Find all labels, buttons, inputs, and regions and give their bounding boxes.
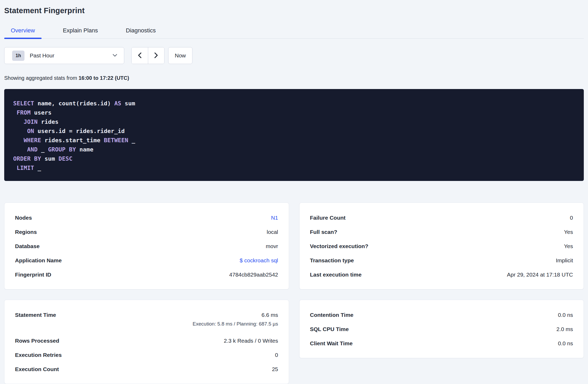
chevron-right-icon (154, 52, 158, 59)
stats-caption-prefix: Showing aggregated stats from (4, 75, 78, 81)
detail-label: Regions (15, 229, 37, 235)
time-controls: 1h Past Hour Now (4, 47, 584, 64)
stat-row-statement-time: Statement Time 6.6 ms Execution: 5.8 ms … (15, 308, 278, 334)
detail-row-regions: Regions local (15, 225, 278, 239)
stat-label: Statement Time (15, 312, 56, 318)
stat-label: Client Wait Time (310, 340, 353, 347)
next-interval-button[interactable] (148, 47, 165, 64)
tab-diagnostics[interactable]: Diagnostics (119, 27, 162, 38)
detail-value: 0 (570, 214, 573, 221)
stat-value: 0.0 ns (558, 340, 573, 347)
detail-label: Failure Count (310, 214, 346, 221)
detail-value: movr (266, 243, 278, 250)
stat-label: Execution Count (15, 366, 59, 373)
time-interval-dropdown[interactable]: 1h Past Hour (4, 47, 124, 64)
previous-interval-button[interactable] (132, 47, 148, 64)
statement-stats-card: Statement Time 6.6 ms Execution: 5.8 ms … (4, 300, 289, 384)
detail-row-application-name: Application Name $ cockroach sql (15, 253, 278, 268)
detail-value: Yes (564, 229, 573, 235)
detail-row-database: Database movr (15, 239, 278, 253)
chevron-left-icon (138, 52, 142, 59)
stats-caption-range: 16:00 to 17:22 (UTC) (78, 75, 129, 81)
stat-row-sql-cpu-time: SQL CPU Time 2.0 ms (310, 322, 573, 336)
detail-row-vectorized-execution: Vectorized execution? Yes (310, 239, 573, 253)
time-interval-badge: 1h (12, 51, 24, 61)
application-name-link[interactable]: $ cockroach sql (240, 257, 278, 264)
stat-value: 2.3 k Reads / 0 Writes (224, 337, 278, 344)
detail-value: 4784cb829aab2542 (229, 271, 278, 278)
chevron-down-icon (113, 53, 117, 58)
time-stats-card: Contention Time 0.0 ns SQL CPU Time 2.0 … (299, 300, 584, 358)
statement-fingerprint-page: Statement Fingerprint Overview Explain P… (0, 0, 588, 384)
detail-row-last-execution-time: Last execution time Apr 29, 2024 at 17:1… (310, 268, 573, 282)
time-interval-label: Past Hour (30, 52, 113, 59)
detail-value: Apr 29, 2024 at 17:18 UTC (507, 271, 573, 278)
stat-label: Rows Processed (15, 337, 59, 344)
detail-label: Nodes (15, 214, 32, 221)
stat-row-execution-count: Execution Count 25 (15, 362, 278, 376)
detail-value: local (267, 229, 278, 235)
detail-row-nodes: Nodes N1 (15, 211, 278, 225)
stat-value: 2.0 ms (556, 326, 573, 333)
stat-label: SQL CPU Time (310, 326, 349, 333)
sql-statement-code: SELECT name, count(rides.id) AS sum FROM… (13, 99, 575, 173)
detail-label: Full scan? (310, 229, 337, 235)
detail-row-full-scan: Full scan? Yes (310, 225, 573, 239)
stat-row-client-wait-time: Client Wait Time 0.0 ns (310, 336, 573, 351)
detail-label: Last execution time (310, 271, 362, 278)
now-button[interactable]: Now (168, 47, 192, 64)
detail-label: Vectorized execution? (310, 243, 368, 250)
stat-row-contention-time: Contention Time 0.0 ns (310, 308, 573, 322)
stat-value: 25 (272, 366, 278, 373)
detail-value: Yes (564, 243, 573, 250)
stats-cards-row: Statement Time 6.6 ms Execution: 5.8 ms … (4, 300, 584, 384)
stat-value: 0 (275, 352, 278, 358)
detail-label: Database (15, 243, 39, 250)
detail-value: Implicit (556, 257, 573, 264)
detail-label: Application Name (15, 257, 62, 264)
statement-details-card: Nodes N1 Regions local Database movr App… (4, 203, 289, 289)
detail-row-fingerprint-id: Fingerprint ID 4784cb829aab2542 (15, 268, 278, 282)
execution-attributes-card: Failure Count 0 Full scan? Yes Vectorize… (299, 203, 584, 289)
stat-value: 0.0 ns (558, 312, 573, 318)
stat-label: Contention Time (310, 312, 353, 318)
stats-caption: Showing aggregated stats from 16:00 to 1… (4, 75, 584, 81)
details-cards-row: Nodes N1 Regions local Database movr App… (4, 203, 584, 289)
time-step-buttons (131, 47, 165, 64)
tab-overview[interactable]: Overview (4, 27, 42, 38)
tab-explain-plans[interactable]: Explain Plans (56, 27, 104, 38)
page-title: Statement Fingerprint (4, 0, 584, 15)
detail-row-transaction-type: Transaction type Implicit (310, 253, 573, 268)
stat-row-execution-retries: Execution Retries 0 (15, 348, 278, 362)
detail-row-failure-count: Failure Count 0 (310, 211, 573, 225)
nodes-link[interactable]: N1 (271, 214, 278, 221)
tab-bar: Overview Explain Plans Diagnostics (4, 27, 584, 39)
stat-value: 6.6 ms (261, 312, 278, 318)
stat-row-rows-processed: Rows Processed 2.3 k Reads / 0 Writes (15, 334, 278, 348)
stat-label: Execution Retries (15, 352, 62, 358)
detail-label: Fingerprint ID (15, 271, 51, 278)
sql-statement-box: SELECT name, count(rides.id) AS sum FROM… (4, 89, 584, 181)
stat-subvalue: Execution: 5.8 ms / Planning: 687.5 µs (193, 321, 278, 330)
detail-label: Transaction type (310, 257, 354, 264)
